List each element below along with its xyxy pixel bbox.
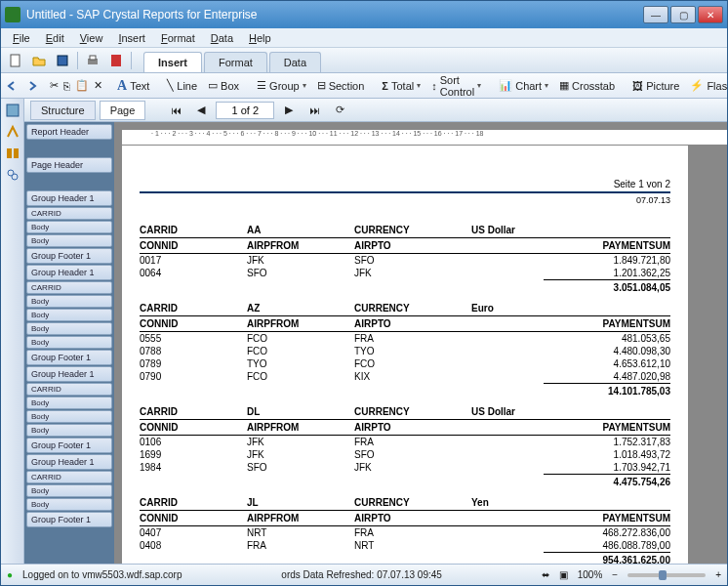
menu-file[interactable]: File xyxy=(5,30,38,46)
outline-row[interactable]: Page Header xyxy=(26,157,112,173)
panel-icon-4[interactable] xyxy=(5,167,20,183)
menu-view[interactable]: View xyxy=(72,30,111,46)
report-group: CARRIDDLCURRENCYUS DollarCONNIDAIRPFROMA… xyxy=(140,404,670,487)
outline-row[interactable]: Report Header xyxy=(26,124,112,140)
outline-row[interactable]: CARRID xyxy=(26,471,112,483)
outline-row[interactable]: Group Footer 1 xyxy=(26,512,112,527)
outline-row[interactable]: Body xyxy=(26,397,112,409)
tab-data[interactable]: Data xyxy=(269,52,321,72)
panel-icon-2[interactable] xyxy=(5,124,20,140)
outline-row[interactable]: Group Header 1 xyxy=(26,190,112,206)
close-button[interactable]: ✕ xyxy=(698,6,723,23)
redo-button[interactable] xyxy=(23,76,39,96)
outline-row[interactable]: Body xyxy=(26,498,112,511)
delete-button[interactable]: ✕ xyxy=(93,76,103,96)
zoom-slider[interactable] xyxy=(627,573,706,577)
new-button[interactable] xyxy=(5,51,26,70)
window-title: Untitled - SAP Crystal Reports for Enter… xyxy=(26,8,643,21)
zoom-out-icon[interactable]: − xyxy=(612,569,618,580)
outline-row[interactable]: Group Footer 1 xyxy=(26,438,112,453)
tab-page[interactable]: Page xyxy=(100,101,146,120)
outline-row[interactable]: Body xyxy=(26,410,112,423)
outline-row[interactable]: Body xyxy=(26,336,112,349)
detail-row: 0788FCOTYO4.480.098,30 xyxy=(140,345,670,357)
svg-point-9 xyxy=(12,174,18,180)
insert-text[interactable]: A Text xyxy=(113,76,153,96)
panel-icon-1[interactable] xyxy=(5,103,20,118)
outline-row[interactable]: CARRID xyxy=(26,383,112,396)
window-buttons: — ▢ ✕ xyxy=(643,6,723,23)
detail-row: 0407NRTFRA468.272.836,00 xyxy=(140,526,670,539)
menu-help[interactable]: Help xyxy=(241,30,279,46)
insert-picture[interactable]: 🖼 Picture xyxy=(628,78,683,94)
detail-row: 0064SFOJFK1.201.362,25 xyxy=(140,267,670,279)
insert-sort[interactable]: ↕ Sort Control▾ xyxy=(427,72,485,100)
outline-row[interactable]: Group Footer 1 xyxy=(26,248,112,264)
fit-width-icon[interactable]: ⬌ xyxy=(542,569,549,580)
outline-row[interactable]: Body xyxy=(26,424,112,437)
menu-insert[interactable]: Insert xyxy=(110,30,153,46)
outline-row[interactable]: Group Header 1 xyxy=(26,454,112,470)
svg-rect-5 xyxy=(7,105,19,116)
outline-row[interactable]: Body xyxy=(26,221,112,233)
menu-format[interactable]: Format xyxy=(153,30,203,46)
group-header-row: CARRIDJLCURRENCYYen xyxy=(140,495,670,511)
paste-button[interactable]: 📋 xyxy=(74,76,90,96)
outline-row[interactable]: Body xyxy=(26,234,112,247)
outline-row[interactable]: Group Header 1 xyxy=(26,366,112,382)
outline-row[interactable]: Body xyxy=(26,295,112,308)
insert-chart[interactable]: 📊 Chart▾ xyxy=(495,77,552,94)
outline-row[interactable]: Body xyxy=(26,309,112,321)
menu-data[interactable]: Data xyxy=(203,30,241,46)
insert-line[interactable]: ╲ Line xyxy=(163,77,201,94)
toolbar-edit: ✂ ⎘ 📋 ✕ A Text ╲ Line ▭ Box ☰ Group▾ ⊟ S… xyxy=(1,73,727,99)
page-header-label: Seite 1 von 2 xyxy=(140,179,670,193)
export-pdf-button[interactable] xyxy=(105,51,127,70)
cut-button[interactable]: ✂ xyxy=(49,76,60,96)
detail-row: 0408FRANRT486.088.789,00 xyxy=(140,539,670,552)
tab-structure[interactable]: Structure xyxy=(30,101,96,120)
insert-box[interactable]: ▭ Box xyxy=(204,77,243,94)
refresh-icon[interactable]: ⟳ xyxy=(329,101,350,120)
open-button[interactable] xyxy=(28,51,50,70)
insert-section[interactable]: ⊟ Section xyxy=(313,77,369,94)
insert-group[interactable]: ☰ Group▾ xyxy=(253,77,310,94)
outline-row[interactable]: CARRID xyxy=(26,281,112,294)
detail-header-row: CONNIDAIRPFROMAIRPTOPAYMENTSUM xyxy=(140,511,670,526)
detail-row: 0555FCOFRA481.053,65 xyxy=(140,332,670,345)
undo-button[interactable] xyxy=(5,76,20,96)
panel-icon-3[interactable] xyxy=(5,146,20,161)
outline-row[interactable]: Body xyxy=(26,322,112,335)
menu-edit[interactable]: Edit xyxy=(38,30,72,46)
status-dot: ● xyxy=(7,569,13,580)
save-button[interactable] xyxy=(52,51,73,70)
maximize-button[interactable]: ▢ xyxy=(670,6,696,23)
insert-flash[interactable]: ⚡ Flash xyxy=(686,77,728,94)
tab-insert[interactable]: Insert xyxy=(143,52,202,72)
nav-next-icon[interactable]: ▶ xyxy=(278,101,300,120)
detail-row: 0106JFKFRA1.752.317,83 xyxy=(140,436,670,448)
outline-row[interactable]: CARRID xyxy=(26,207,112,220)
nav-last-icon[interactable]: ⏭ xyxy=(303,101,325,120)
minimize-button[interactable]: — xyxy=(643,6,668,23)
group-header-row: CARRIDAZCURRENCYEuro xyxy=(140,301,670,316)
outline-row[interactable]: Body xyxy=(26,484,112,497)
print-button[interactable] xyxy=(82,51,103,70)
zoom-in-icon[interactable]: + xyxy=(715,569,721,580)
page-viewport[interactable]: · 1 · · · 2 · · · 3 · · · 4 · · · 5 · · … xyxy=(114,122,727,564)
nav-prev-icon[interactable]: ◀ xyxy=(190,101,212,120)
nav-first-icon[interactable]: ⏮ xyxy=(165,101,186,120)
status-logged: Logged on to vmw5503.wdf.sap.corp xyxy=(22,569,182,580)
outline-row[interactable]: Group Footer 1 xyxy=(26,350,112,365)
horizontal-ruler: · 1 · · · 2 · · · 3 · · · 4 · · · 5 · · … xyxy=(122,130,727,146)
tab-format[interactable]: Format xyxy=(204,52,267,72)
copy-button[interactable]: ⎘ xyxy=(62,76,71,96)
status-refreshed: ords Data Refreshed: 07.07.13 09:45 xyxy=(281,569,442,580)
insert-crosstab[interactable]: ▦ Crosstab xyxy=(555,77,619,94)
outline-row[interactable]: Group Header 1 xyxy=(26,265,112,280)
page-number-input[interactable] xyxy=(216,102,274,119)
svg-rect-0 xyxy=(11,55,20,66)
insert-total[interactable]: Σ Total▾ xyxy=(378,78,425,94)
page-navbar: Structure Page ⏮ ◀ ▶ ⏭ ⟳ xyxy=(24,99,727,122)
fit-page-icon[interactable]: ▣ xyxy=(559,569,568,580)
